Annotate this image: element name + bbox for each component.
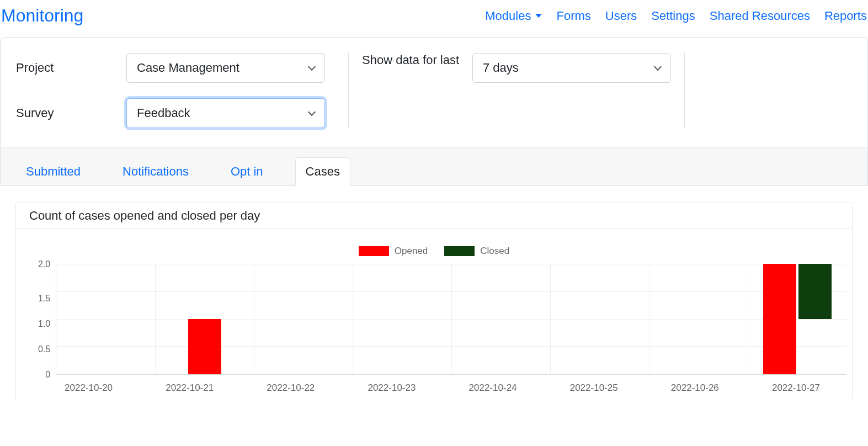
legend-closed: Closed — [444, 246, 509, 257]
y-tick: 0 — [45, 370, 50, 379]
bar-group — [155, 319, 254, 374]
chart-title: Count of cases opened and closed per day — [15, 203, 853, 229]
gridline — [353, 264, 353, 374]
tab-submitted[interactable]: Submitted — [16, 158, 90, 185]
nav-label: Modules — [485, 9, 531, 23]
legend-label: Closed — [480, 246, 509, 257]
x-tick: 2022-10-22 — [240, 383, 341, 394]
x-tick: 2022-10-24 — [443, 383, 544, 394]
top-nav: Modules Forms Users Settings Shared Reso… — [485, 9, 867, 23]
filter-panel: Project Case Management Survey Feedback … — [0, 37, 868, 147]
legend-swatch-closed — [444, 246, 475, 256]
x-axis: 2022-10-202022-10-212022-10-222022-10-23… — [38, 383, 846, 394]
nav-settings[interactable]: Settings — [651, 9, 695, 23]
caret-down-icon — [535, 14, 542, 18]
chart-card: Count of cases opened and closed per day… — [15, 203, 853, 399]
gridline — [649, 264, 649, 374]
nav-forms[interactable]: Forms — [556, 9, 590, 23]
chevron-down-icon — [308, 63, 316, 71]
project-label: Project — [16, 61, 126, 75]
y-axis: 2.01.51.00.50 — [38, 264, 56, 375]
chevron-down-icon — [654, 63, 662, 71]
range-select[interactable]: 7 days — [472, 53, 671, 83]
range-select-value: 7 days — [483, 61, 519, 75]
gridline — [254, 264, 254, 374]
nav-users[interactable]: Users — [605, 9, 637, 23]
chevron-down-icon — [308, 108, 316, 116]
survey-label: Survey — [16, 106, 126, 120]
legend-opened: Opened — [359, 246, 428, 257]
plot — [56, 264, 846, 375]
nav-shared-resources[interactable]: Shared Resources — [710, 9, 810, 23]
chart-legend: Opened Closed — [22, 246, 846, 257]
gridline — [451, 264, 452, 374]
legend-label: Opened — [395, 246, 428, 257]
gridline — [550, 264, 551, 374]
bar — [188, 319, 221, 374]
y-tick: 2.0 — [38, 260, 50, 269]
y-tick: 1.0 — [38, 320, 50, 328]
x-tick: 2022-10-20 — [38, 383, 139, 394]
survey-select[interactable]: Feedback — [126, 98, 325, 128]
bar — [763, 264, 796, 374]
tab-notifications[interactable]: Notifications — [113, 158, 199, 185]
bar — [798, 264, 832, 319]
chart-area: Opened Closed 2.01.51.00.50 2022-10-2020… — [15, 229, 853, 399]
y-tick: 1.5 — [38, 294, 50, 303]
tab-cases[interactable]: Cases — [295, 157, 350, 186]
tab-opt-in[interactable]: Opt in — [221, 158, 273, 185]
project-select-value: Case Management — [137, 61, 239, 75]
project-select[interactable]: Case Management — [126, 53, 325, 83]
x-tick: 2022-10-25 — [544, 383, 645, 394]
y-tick: 0.5 — [38, 345, 50, 354]
x-tick: 2022-10-27 — [745, 383, 846, 394]
survey-select-value: Feedback — [137, 106, 190, 120]
x-tick: 2022-10-26 — [645, 383, 745, 394]
x-tick: 2022-10-23 — [341, 383, 442, 394]
nav-modules[interactable]: Modules — [485, 9, 542, 23]
legend-swatch-opened — [359, 246, 389, 256]
tab-bar: Submitted Notifications Opt in Cases — [0, 147, 868, 186]
x-tick: 2022-10-21 — [139, 383, 240, 394]
nav-reports[interactable]: Reports — [824, 9, 867, 23]
page-title: Monitoring — [1, 6, 83, 26]
bar-group — [748, 264, 846, 374]
range-label: Show data for last — [362, 53, 472, 67]
